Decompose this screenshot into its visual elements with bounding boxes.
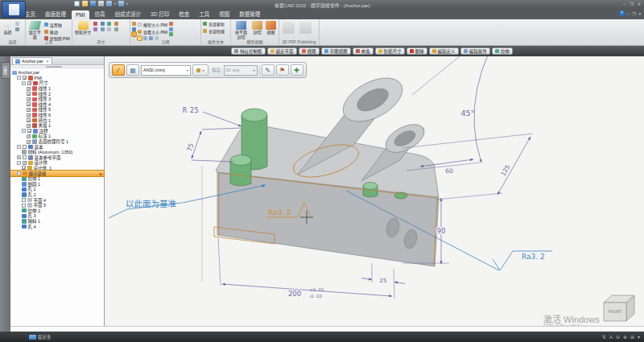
tree-checkbox[interactable]	[22, 204, 26, 208]
annotation-flag-button[interactable]: ⚑	[276, 64, 289, 76]
symmetric-diameter-icon[interactable]	[114, 22, 118, 26]
tree-row[interactable]: − 顺序建模	[10, 171, 104, 176]
dock-vertical-tab[interactable]: 设置	[1, 62, 10, 79]
tree-row[interactable]: 孔 2	[10, 192, 104, 198]
pathfinder-scrollbar[interactable]	[10, 65, 104, 68]
tree-expander-icon[interactable]: +	[17, 155, 21, 159]
view-button[interactable]: 视图	[265, 20, 277, 36]
zoom-in-icon[interactable]: ⊕	[623, 334, 627, 340]
ribbon-tab[interactable]: 数据管理	[235, 8, 264, 20]
green-pin-2-top[interactable]	[230, 155, 251, 166]
tree-row[interactable]: 拉伸 2	[10, 208, 104, 213]
smart-dimension-button[interactable]: 智能尺寸	[74, 20, 92, 36]
publish-3d-pdf-icon[interactable]	[283, 22, 295, 34]
ribbon-tab[interactable]: PMI	[72, 10, 89, 20]
ribbon-tab[interactable]: 视图	[215, 8, 233, 20]
viewport-3d[interactable]: R 25 75 45° 60 125 90 200 +0. 01 -0. 02 …	[105, 56, 644, 326]
dim-125-line[interactable]	[497, 137, 530, 195]
tree-checkbox[interactable]	[23, 145, 27, 149]
command-strip-item[interactable]: 智能尺寸	[375, 47, 405, 55]
tree-checkbox[interactable]	[27, 97, 31, 101]
tree-row[interactable]: + 基本参考平面	[10, 155, 104, 161]
convert-all-button[interactable]: 全部转换	[203, 28, 229, 34]
section-by-plane-button[interactable]: 按平面剖切	[233, 20, 250, 40]
ribbon-tab[interactable]: 3D 打印	[147, 8, 173, 20]
tree-row[interactable]: 径向 1	[10, 117, 104, 123]
tree-expander-icon[interactable]: −	[17, 145, 21, 149]
dim-75-text[interactable]: 75	[186, 142, 196, 152]
minimize-icon[interactable]: ─	[623, 2, 626, 6]
command-strip-item[interactable]: 特征控制框	[231, 47, 266, 55]
qat-options-caret-icon[interactable]: ▾	[126, 2, 128, 6]
doc-close-icon[interactable]: ✕	[638, 11, 642, 16]
angle-value-select[interactable]: 00 deg▾	[224, 65, 258, 76]
tab-close-icon[interactable]: ×	[47, 59, 49, 64]
ribbon-tab[interactable]: 曲面处理	[41, 8, 70, 20]
pdf-template-icon[interactable]	[299, 22, 312, 34]
add-annotation-icon[interactable]	[169, 32, 173, 36]
tree-checkbox[interactable]	[27, 134, 31, 138]
tree-expander-icon[interactable]: −	[22, 81, 26, 85]
tree-row[interactable]: 表面纹理符号 1	[10, 139, 104, 145]
dim-125-text[interactable]: 125	[499, 163, 511, 177]
ra-right-text[interactable]: Ra3. 2	[522, 253, 545, 261]
command-strip-item[interactable]: 编辑属性	[460, 47, 490, 55]
tree-row[interactable]: 平面 4	[10, 197, 104, 203]
tree-row[interactable]: Anchor.par	[10, 70, 104, 76]
tree-expander-icon[interactable]: −	[17, 161, 21, 165]
lock-plane-button[interactable]: 锁定平面	[27, 20, 43, 40]
command-strip-item[interactable]: 锁定平面	[267, 47, 297, 55]
tree-checkbox[interactable]	[23, 155, 27, 159]
model-size-pmi-option[interactable]: 模型大小 PMI	[138, 22, 167, 27]
ribbon-tab[interactable]: 工具	[195, 8, 213, 20]
new-document-icon[interactable]	[74, 1, 80, 6]
ribbon-tab[interactable]: 仿真	[91, 8, 109, 20]
distance-between-icon[interactable]	[93, 22, 97, 26]
green-pin-3-top[interactable]	[363, 183, 378, 190]
tree-row[interactable]: − 尺寸	[10, 80, 104, 86]
tree-row[interactable]: 线性 1	[10, 86, 104, 92]
view-cube[interactable]: FRONT	[601, 293, 636, 323]
coordinate-dimension-icon[interactable]	[107, 22, 111, 26]
select-filter-icon[interactable]	[15, 27, 19, 31]
dim-200-tolerance-upper[interactable]: +0. 01	[309, 287, 324, 292]
angle-between-icon[interactable]	[101, 22, 105, 26]
command-strip-item[interactable]: 草图视图	[321, 47, 351, 55]
tree-checkbox[interactable]	[27, 102, 31, 106]
doc-minimize-icon[interactable]: ─	[627, 11, 630, 16]
select-options-icon[interactable]	[15, 22, 19, 26]
dim-r25-text[interactable]: R 25	[183, 107, 199, 114]
dim-25-arrow-left[interactable]	[361, 278, 372, 280]
tree-row[interactable]: 拉伸 1	[10, 176, 104, 182]
tree-checkbox[interactable]	[27, 140, 31, 144]
tree-row[interactable]: 孔 3	[10, 213, 104, 219]
dimension-options-icon[interactable]	[101, 27, 105, 31]
dim-90-text[interactable]: 90	[437, 227, 446, 235]
tree-checkbox[interactable]	[22, 166, 26, 170]
dim-60-text[interactable]: 60	[445, 167, 453, 175]
text-scale-icon[interactable]: A	[609, 335, 613, 340]
redo-icon[interactable]	[118, 1, 124, 6]
app-button[interactable]	[2, 1, 26, 18]
tree-checkbox[interactable]	[23, 161, 27, 165]
tree-checkbox[interactable]	[22, 198, 26, 202]
dimension-more-icon[interactable]	[114, 27, 118, 31]
scrollbar-thumb[interactable]	[46, 66, 62, 68]
zoom-out-icon[interactable]: ⊖	[616, 334, 620, 340]
tree-row[interactable]: 孔 1	[10, 187, 104, 192]
balloon-icon[interactable]	[132, 27, 136, 31]
ribbon-tab[interactable]: 检查	[175, 8, 193, 20]
fit-view-icon[interactable]: ⊞	[630, 334, 634, 340]
tree-checkbox[interactable]	[27, 129, 31, 133]
doc-restore-icon[interactable]: ❐	[632, 11, 635, 16]
help-icon[interactable]: ?	[619, 10, 625, 16]
dim-25-text[interactable]: 25	[380, 278, 387, 284]
tree-checkbox[interactable]	[27, 92, 31, 96]
tree-row[interactable]: 线性 4	[10, 102, 104, 108]
dimension-style-icon[interactable]	[107, 27, 111, 31]
move-button[interactable]: 移动	[44, 29, 70, 35]
view-size-pmi-option[interactable]: 查看大小 PMI	[138, 29, 167, 35]
leader-icon[interactable]	[132, 22, 136, 26]
leader-pen-button[interactable]: ✎	[262, 64, 275, 76]
tree-checkbox[interactable]	[27, 81, 31, 85]
